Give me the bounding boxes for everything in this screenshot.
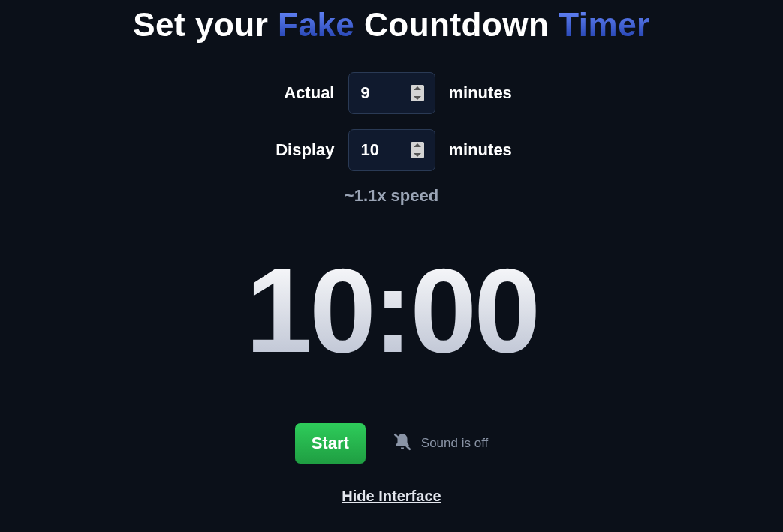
display-stepper[interactable] (411, 142, 424, 158)
page-title: Set your Fake Countdown Timer (0, 0, 783, 44)
title-accent-1: Fake (278, 6, 354, 43)
actual-row: Actual minutes (0, 72, 783, 114)
display-row: Display minutes (0, 129, 783, 171)
actual-input[interactable] (349, 83, 405, 103)
chevron-down-icon[interactable] (414, 153, 421, 157)
timer-display: 10:00 (0, 251, 783, 371)
title-accent-2: Timer (559, 6, 650, 43)
actual-input-wrap[interactable] (348, 72, 435, 114)
start-button[interactable]: Start (295, 423, 366, 464)
actual-label: Actual (260, 83, 335, 103)
display-input-wrap[interactable] (348, 129, 435, 171)
sound-label: Sound is off (421, 436, 488, 451)
title-text-2: Countdown (354, 6, 559, 43)
chevron-down-icon[interactable] (414, 96, 421, 100)
display-unit: minutes (449, 140, 524, 160)
title-text-1: Set your (133, 6, 278, 43)
sound-toggle[interactable]: Sound is off (393, 432, 488, 455)
chevron-up-icon[interactable] (414, 143, 421, 147)
settings-form: Actual minutes Display minutes ~1.1x spe… (0, 72, 783, 206)
speed-indicator: ~1.1x speed (0, 186, 783, 206)
display-label: Display (260, 140, 335, 160)
actual-stepper[interactable] (411, 85, 424, 101)
chevron-up-icon[interactable] (414, 86, 421, 90)
display-input[interactable] (349, 140, 405, 160)
bell-off-icon (393, 432, 412, 455)
actual-unit: minutes (449, 83, 524, 103)
hide-interface-link[interactable]: Hide Interface (0, 488, 783, 505)
controls-row: Start Sound is off (0, 423, 783, 464)
